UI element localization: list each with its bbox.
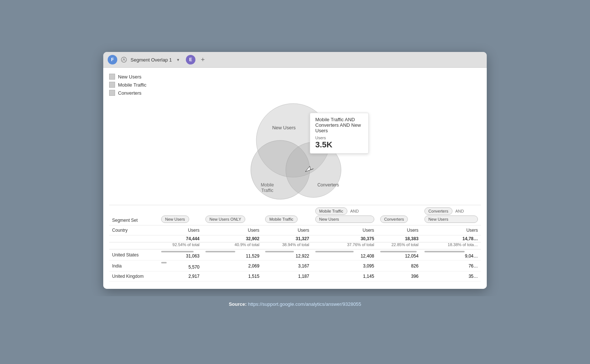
venn-tooltip: Mobile Traffic AND Converters AND New Us… (310, 113, 369, 154)
table-header-row-1: Segment Set New Users New Users ONLY Mob… (109, 205, 481, 225)
tag-new-users-only[interactable]: New Users ONLY (205, 216, 245, 223)
col5-header: Converters (377, 205, 421, 225)
uk-col1-wrapper: 2,917 (158, 272, 202, 281)
col4-header: Mobile Traffic AND New Users (312, 205, 377, 225)
us-col4-wrapper: 12,408 (312, 249, 377, 260)
edit-icon[interactable] (120, 56, 128, 63)
total-sub-col3: 38.94% of total (262, 242, 312, 249)
table-row-us: United States 31,063 11,529 12,922 (109, 249, 481, 260)
uk-col3-wrapper: 1,187 (262, 272, 312, 281)
venn-diagram-area: New Users Mobile Traffic Converters Mobi… (109, 102, 481, 205)
tooltip-value: 3.5K (315, 140, 363, 150)
tag-new-users-3[interactable]: New Users (424, 216, 478, 223)
us-val-col6: 9,04… (424, 253, 478, 259)
legend-label-converters: Converters (118, 90, 142, 96)
avatar-f: F (108, 55, 117, 64)
col6-header: Converters AND New Users (421, 205, 481, 225)
india-val-col3: 3,167 (265, 263, 309, 269)
uk-val-col2: 1,515 (205, 274, 259, 279)
total-sub-col4: 37.76% of total (312, 242, 377, 249)
tag-converters-2[interactable]: Converters (424, 207, 452, 215)
legend-item-converters: Converters (109, 90, 481, 96)
avatar-e: E (186, 55, 195, 64)
uk-col5-wrapper: 396 (377, 272, 421, 281)
tab-dropdown[interactable]: ▼ (176, 58, 180, 62)
total-sub-col2: 40.9% of total (202, 242, 262, 249)
total-col3: 31,327 (262, 235, 312, 242)
segment-set-label: Segment Set (109, 205, 158, 225)
tag-mobile-traffic[interactable]: Mobile Traffic (265, 216, 297, 223)
total-label (109, 235, 158, 242)
legend-swatch-new-users (109, 74, 115, 80)
us-val-col4: 12,408 (315, 253, 374, 259)
source-link[interactable]: https://support.google.com/analytics/ans… (248, 301, 361, 307)
total-sub-col5: 22.85% of total (377, 242, 421, 249)
india-bar-col1 (161, 262, 167, 263)
venn-label-new-users: New Users (272, 125, 296, 130)
us-col5-wrapper: 12,054 (377, 249, 421, 260)
venn-label-converters: Converters (317, 182, 339, 188)
total-col4: 30,375 (312, 235, 377, 242)
us-bar-col3 (265, 251, 294, 252)
total-sub-col6: 18.38% of tota… (421, 242, 481, 249)
us-bar-col2 (205, 251, 235, 252)
total-sub-label (109, 242, 158, 249)
total-col1: 74,444 (158, 235, 202, 242)
tab-title: Segment Overlap 1 (131, 57, 172, 63)
india-val-col2: 2,069 (205, 263, 259, 269)
uk-col2-wrapper: 1,515 (202, 272, 262, 281)
total-col5: 18,383 (377, 235, 421, 242)
india-col5-wrapper: 826 (377, 260, 421, 272)
us-bar-col1 (161, 251, 194, 252)
tag-new-users[interactable]: New Users (161, 216, 189, 223)
data-table-wrapper: Segment Set New Users New Users ONLY Mob… (109, 205, 481, 281)
table-row-uk: United Kingdom 2,917 1,515 1,187 1,145 (109, 272, 481, 281)
legend: New Users Mobile Traffic Converters (109, 74, 481, 96)
metric-col4: Users (312, 225, 377, 235)
legend-item-new-users: New Users (109, 74, 481, 80)
col1-header: New Users (158, 205, 202, 225)
uk-val-col6: 35… (424, 274, 478, 279)
us-val-col2: 11,529 (205, 253, 259, 259)
tooltip-metric-label: Users (315, 136, 363, 140)
india-col3-wrapper: 3,167 (262, 260, 312, 272)
table-row-india: India 5,570 2,069 3,167 3,095 (109, 260, 481, 272)
us-col2-wrapper: 11,529 (202, 249, 262, 260)
and-label-1: AND (350, 209, 359, 213)
main-content: New Users Mobile Traffic Converters (103, 68, 487, 289)
legend-item-mobile-traffic: Mobile Traffic (109, 82, 481, 88)
venn-label-mobile-traffic: Mobile (261, 182, 274, 188)
country-uk: United Kingdom (109, 272, 158, 281)
uk-val-col1: 2,917 (161, 274, 199, 279)
venn-label-mobile-traffic-2: Traffic (261, 188, 274, 193)
india-col6-wrapper: 76… (421, 260, 481, 272)
us-bar-col5 (380, 251, 417, 252)
col3-header: Mobile Traffic (262, 205, 312, 225)
us-bar-col6 (424, 251, 465, 252)
us-col1-wrapper: 31,063 (158, 249, 202, 260)
india-col4-wrapper: 3,095 (312, 260, 377, 272)
source-bar: Source: https://support.google.com/analy… (0, 296, 590, 312)
india-val-col6: 76… (424, 263, 478, 269)
india-col2-wrapper: 2,069 (202, 260, 262, 272)
tag-mobile-traffic-2[interactable]: Mobile Traffic (315, 207, 347, 215)
total-row-values: 74,444 32,902 31,327 30,375 18,383 14,78… (109, 235, 481, 242)
metric-col2: Users (202, 225, 262, 235)
tag-converters[interactable]: Converters (380, 216, 408, 223)
metric-col3: Users (262, 225, 312, 235)
tag-new-users-2[interactable]: New Users (315, 216, 374, 223)
legend-swatch-mobile-traffic (109, 82, 115, 88)
data-table: Segment Set New Users New Users ONLY Mob… (109, 205, 481, 281)
us-col6-wrapper: 9,04… (421, 249, 481, 260)
uk-col4-wrapper: 1,145 (312, 272, 377, 281)
india-col1-wrapper: 5,570 (158, 260, 202, 272)
metric-col1: Users (158, 225, 202, 235)
india-val-col5: 826 (380, 263, 419, 269)
source-label: Source: (229, 301, 246, 307)
and-label-2: AND (455, 209, 464, 213)
legend-swatch-converters (109, 90, 115, 96)
legend-label-mobile-traffic: Mobile Traffic (118, 82, 146, 88)
main-window: F Segment Overlap 1 ▼ E + New Users Mobi… (103, 52, 487, 289)
country-india: India (109, 260, 158, 272)
add-tab-button[interactable]: + (198, 55, 207, 64)
